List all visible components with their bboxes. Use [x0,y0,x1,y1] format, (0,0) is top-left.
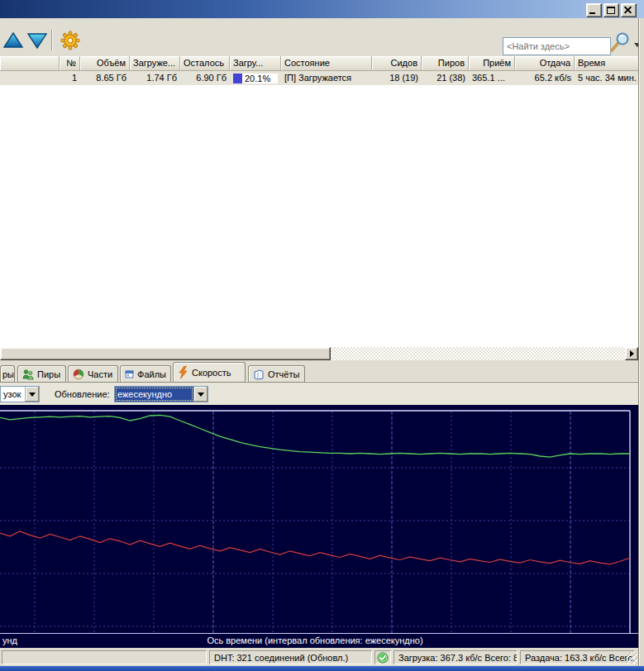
column-header-down-speed[interactable]: Приём [469,56,515,71]
pieces-icon [73,369,84,380]
column-header-up-speed[interactable]: Отдача [515,56,575,71]
preferences-button[interactable] [59,29,82,52]
resize-grip[interactable] [627,653,637,664]
update-interval-value: ежесекундно [115,387,193,402]
column-header-percent[interactable]: Загру... [230,56,281,71]
column-header-name[interactable] [0,56,60,71]
minimize-button[interactable] [586,3,602,17]
scroll-right-button[interactable] [625,347,638,360]
toolbar [0,25,644,56]
cell-size: 8.65 Гб [80,71,130,85]
progress-bar: 20.1% [233,74,278,83]
network-status[interactable] [374,650,391,664]
torrent-list-area[interactable] [0,85,639,347]
tab-label: Части [88,369,112,379]
combo-arrow-button[interactable] [193,387,208,402]
update-interval-label: Обновление: [55,389,110,399]
column-header-peers[interactable]: Пиров [422,56,469,71]
axis-title: Ось времени (интервал обновления: ежесек… [0,635,630,645]
up-triangle-icon [2,31,24,50]
graph-type-value: узок [1,387,25,402]
cell-downloaded: 1.74 Гб [130,71,180,85]
status-bar: DHT: 321 соединений (Обновл.) Загрузка: … [0,649,644,666]
download-status: Загрузка: 367.3 кб/с Всего: 8.9 Гб [394,650,518,664]
update-interval-select[interactable]: ежесекундно [114,386,208,402]
maximize-icon [607,7,615,14]
column-header-seeds[interactable]: Сидов [372,56,422,71]
tab-files[interactable]: Файлы [120,365,171,382]
search-input[interactable] [503,37,611,55]
down-triangle-icon [26,31,48,50]
column-header-eta[interactable]: Время [575,56,644,71]
cell-percent: 20.1% [230,71,281,85]
speed-icon [178,366,188,378]
minimize-icon [589,12,595,14]
cell-number: 1 [60,71,80,85]
cell-down-speed: 365.1 ... [469,71,515,85]
peers-icon [22,369,34,380]
speed-controls: узок Обновление: ежесекундно [0,382,644,406]
scroll-right-icon [630,350,634,357]
column-header-remaining[interactable]: Осталось [180,56,230,71]
download-series-line [0,415,630,457]
tab-peers[interactable]: Пиры [17,365,66,382]
title-bar[interactable] [0,0,644,18]
tab-label: ры [2,369,14,379]
combo-arrow-button[interactable] [25,387,39,402]
reports-icon [253,369,265,380]
column-header-downloaded[interactable]: Загруже... [130,56,180,71]
scrollbar-thumb[interactable] [0,347,331,360]
dht-status[interactable]: DHT: 321 соединений (Обновл.) [209,650,372,664]
tab-pieces[interactable]: Части [68,365,118,382]
chevron-down-icon [198,393,204,397]
toolbar-separator [51,30,52,50]
close-button[interactable] [621,3,637,17]
table-row[interactable]: 1 8.65 Гб 1.74 Гб 6.90 Гб 20.1% [П] Загр… [0,71,644,85]
move-up-queue-button[interactable] [2,29,25,52]
cell-status: [П] Загружается [281,71,372,85]
progress-text: 20.1% [245,74,270,83]
tab-speed[interactable]: Скорость [173,362,246,382]
gear-icon [60,30,81,51]
taskbar-edge [0,666,644,671]
window-right-border [638,18,644,666]
status-panel-empty [2,650,207,664]
speed-chart-panel: унд Ось времени (интервал обновления: еж… [0,405,638,647]
tab-label: Пиры [37,369,60,379]
cell-seeds: 18 (19) [372,71,422,85]
tab-label: Скорость [192,368,231,378]
tab-reports[interactable]: Отчёты [248,365,305,382]
network-ok-icon [377,652,389,664]
maximize-button[interactable] [603,3,619,17]
column-header-size[interactable]: Объём [80,56,130,71]
horizontal-scrollbar[interactable] [0,347,638,360]
graph-type-select[interactable]: узок [0,386,40,402]
speed-chart [0,405,638,647]
time-axis-bar: унд Ось времени (интервал обновления: еж… [0,633,638,648]
chevron-down-icon [29,393,36,397]
cell-name [0,71,60,85]
column-header-number[interactable]: № [60,56,80,71]
cell-peers: 21 (38) [422,71,469,85]
column-header-status[interactable]: Состояние [281,56,372,71]
app-window: № Объём Загруже... Осталось Загру... Сос… [0,0,644,671]
upload-status: Раздача: 163.3 кб/с Всего: 46.7 Гб [520,650,635,664]
menu-gap [0,18,644,25]
cell-remaining: 6.90 Гб [180,71,230,85]
search-button[interactable] [608,32,632,55]
files-icon [125,369,134,380]
tab-trackers[interactable]: ры [0,365,15,382]
cell-up-speed: 65.2 кб/s [515,71,575,85]
tab-label: Файлы [137,369,166,379]
close-icon [622,4,636,17]
progress-fill [233,74,242,83]
cell-eta: 5 час. 34 мин. [575,71,644,85]
detail-tabs: ры Пиры Части Файлы [0,362,644,382]
tab-label: Отчёты [268,369,299,379]
search-icon [608,32,632,54]
torrent-list-header: № Объём Загруже... Осталось Загру... Сос… [0,56,644,71]
move-down-queue-button[interactable] [26,29,49,52]
